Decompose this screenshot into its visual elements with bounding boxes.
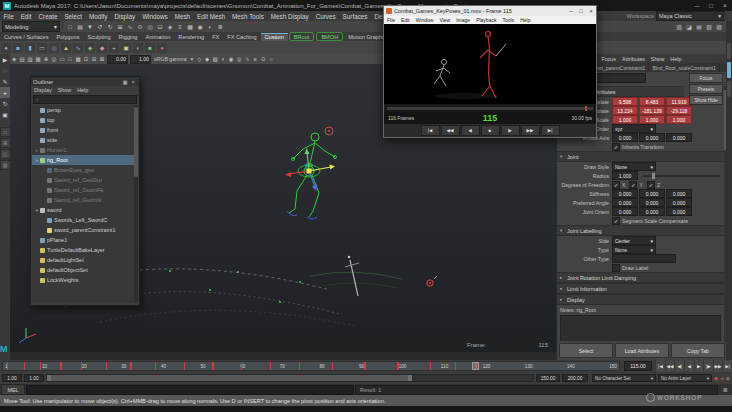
multisample-icon[interactable]: ≡ [251,55,259,64]
shelf-tab[interactable]: BRoot [289,32,315,41]
gamma-label[interactable]: sRGB gamma [154,56,187,62]
play-button[interactable]: ▶ [501,125,520,136]
collapsed-section-header[interactable]: ▸ Display [557,294,724,305]
shelf-sphere-button[interactable]: ● [1,43,11,53]
preferred-angle-x-field[interactable]: 0.000 [612,198,638,207]
radius-slider[interactable] [643,175,720,177]
attribute-editor-button[interactable]: Copy Tab [671,343,725,358]
attribute-editor-button[interactable]: Select [559,343,613,358]
outliner-item[interactable]: Swords_Left_SwordC [32,215,134,225]
xray-icon[interactable]: ○ [267,55,275,64]
attribute-editor-menu[interactable]: Help [667,56,684,62]
move-tool[interactable]: + [0,87,10,98]
oversampling-icon[interactable]: ◎ [50,55,58,64]
shelf-tab[interactable]: Custom [261,33,288,41]
player-menu-item[interactable]: File [384,17,398,23]
outliner-item[interactable]: side [32,135,134,145]
show-tool-settings-icon[interactable]: ▧ [705,22,714,31]
shelf-plane-button[interactable]: ▭ [37,43,47,53]
select-tool[interactable]: ▶ [0,54,10,65]
safe-action-icon[interactable]: ⊟ [90,55,98,64]
close-icon[interactable]: × [586,8,596,14]
menu-item[interactable]: Mesh [171,13,193,20]
shelf-tab[interactable]: Polygons [52,33,83,41]
snap-to-curve-icon[interactable]: ∿ [126,22,135,31]
radius-field[interactable]: 1.000 [612,171,638,180]
shelf-cone-button[interactable]: ▲ [61,43,71,53]
workspace-selector[interactable]: Maya Classic ▾ [656,11,724,21]
lasso-select-tool[interactable]: ◌ [0,65,10,76]
camera-attributes-icon[interactable]: ▤ [18,55,26,64]
pin-icon[interactable]: ▣ [121,79,129,85]
snap-to-projected-center-icon[interactable]: ◎ [146,22,155,31]
animation-end-field[interactable]: 200.00 [562,374,588,382]
image-plane-icon[interactable]: ▦ [34,55,42,64]
outliner-search-input[interactable]: ⌕ [33,95,137,104]
anim-preferences-icon[interactable]: ≡ [725,374,731,382]
rotate-axis-y-field[interactable]: 0.000 [639,133,665,142]
step-back-key-button[interactable]: ◀◀ [665,360,675,372]
exposure-field[interactable]: 0.00 [107,55,128,64]
shelf-torus-button[interactable]: ◎ [49,43,59,53]
player-scrub-bar[interactable] [387,107,593,110]
animation-start-field[interactable]: 1.00 [2,374,22,382]
shelf-tab[interactable]: BMOH [316,32,343,41]
save-scene-icon[interactable]: ▼ [86,22,95,31]
outliner-item[interactable]: defaultObjectSet [32,265,134,275]
outliner-item[interactable]: Sword_ref_GeomFk [32,185,134,195]
show-attribute-editor-icon[interactable]: ▤ [695,22,704,31]
shelf-tab[interactable]: Sculpting [83,33,114,41]
outliner-menu-item[interactable]: Display [31,87,55,93]
joint-orient-x-field[interactable]: 0.000 [612,207,638,216]
range-slider-bar[interactable] [47,375,412,381]
player-title-bar[interactable]: Combat_Games_KeyPoses_01.mov - Frame 115… [384,6,596,16]
shelf-custom-green-button[interactable]: ■ [145,43,155,53]
wireframe-icon[interactable]: ◇ [195,55,203,64]
shelf-tab[interactable]: Curves / Surfaces [0,33,52,41]
new-scene-icon[interactable]: □ [66,22,75,31]
outliner-item[interactable]: BrownEyes_geo [32,165,134,175]
open-scene-icon[interactable]: ▤ [76,22,85,31]
paint-select-tool[interactable]: ✎ [0,76,10,87]
player-menu-item[interactable]: Window [413,17,437,23]
close-icon[interactable]: × [129,79,137,85]
maximize-icon[interactable]: □ [576,8,586,14]
safe-title-icon[interactable]: ⊠ [98,55,106,64]
stiffness-z-field[interactable]: 0.000 [666,189,692,198]
step-forward-frame-button[interactable]: |▶ [703,360,713,372]
player-menu-item[interactable]: Tools [499,17,517,23]
other-type-field[interactable] [612,254,676,263]
menu-item[interactable]: Modify [85,13,111,20]
outliner-item[interactable]: Sword_ref_GeoGrp [32,175,134,185]
attribute-editor-button[interactable]: Load Attributes [615,343,669,358]
shaded-icon[interactable]: ◆ [203,55,211,64]
gamma-field[interactable]: 1.00 [130,55,151,64]
range-slider-track[interactable] [46,374,534,382]
show-hypershade-icon[interactable]: ◪ [685,22,694,31]
player-menu-item[interactable]: Help [517,17,533,23]
playback-start-field[interactable]: 1.00 [24,374,44,382]
shelf-curve-button[interactable]: ∿ [73,43,83,53]
outliner-item[interactable]: sword_parentConstraint1 [32,225,134,235]
outliner-item[interactable]: ▾ sword [32,205,134,215]
scale-x-field[interactable]: 1.000 [612,115,638,124]
outliner-item[interactable]: top [32,115,134,125]
time-slider-track[interactable]: 1102030405060708090100110120130140150 [2,361,620,371]
outliner-scrollbar[interactable] [134,105,138,303]
anim-layer-selector[interactable]: No Anim Layer ▾ [658,374,712,382]
scale-z-field[interactable]: 1.000 [666,115,692,124]
player-video-area[interactable] [384,24,596,104]
outliner-item[interactable]: ▸ Hunter1 [32,145,134,155]
scale-y-field[interactable]: 1.000 [639,115,665,124]
frame-forward-button[interactable]: ▶▶ [521,125,540,136]
translate-x-field[interactable]: 9.598 [612,97,638,106]
go-start-button[interactable]: |◀ [421,125,440,136]
preferred-angle-y-field[interactable]: 0.000 [639,198,665,207]
outliner-item[interactable]: pPlane1 [32,235,134,245]
menu-item[interactable]: Edit [17,13,35,20]
inherits-transform-checkbox[interactable]: ✓ [612,143,620,151]
shelf-ik-button[interactable]: ◆ [97,43,107,53]
shelf-lambert-button[interactable]: ◐ [133,43,143,53]
rotate-order-dropdown[interactable]: xyz ▾ [612,124,656,133]
section-header-joint-labelling[interactable]: ▾ Joint Labelling [557,225,724,236]
